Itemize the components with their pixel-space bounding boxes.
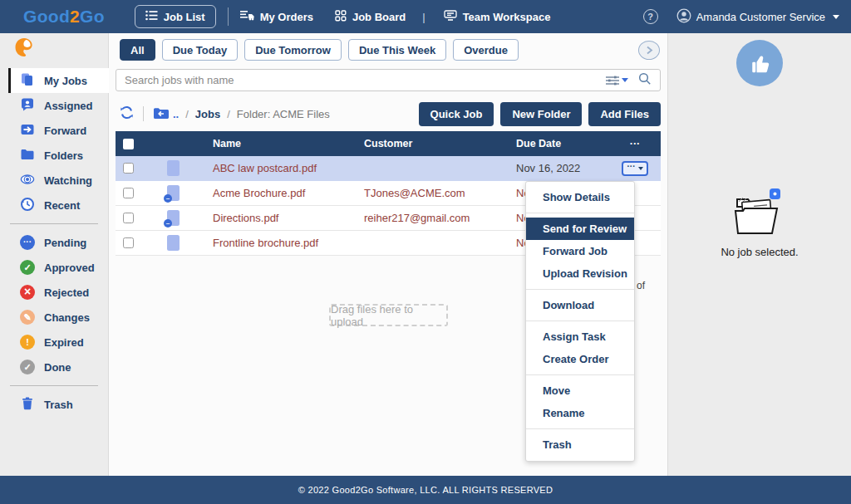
copyright-text: © 2022 Good2Go Software, LLC. ALL RIGHTS… bbox=[298, 485, 553, 495]
tab-due-this-week[interactable]: Due This Week bbox=[348, 39, 446, 61]
sidebar-item-trash[interactable]: Trash bbox=[0, 392, 108, 417]
tab-all[interactable]: All bbox=[120, 39, 155, 61]
minus-badge-icon bbox=[164, 194, 172, 203]
menu-divider bbox=[526, 289, 634, 290]
user-menu[interactable]: Amanda Customer Service bbox=[676, 8, 839, 26]
job-name[interactable]: ABC law postcard.pdf bbox=[213, 162, 364, 174]
chevron-down-icon bbox=[638, 167, 643, 170]
folders-icon bbox=[20, 147, 35, 164]
search-bar bbox=[116, 69, 661, 91]
good2go-bird-icon bbox=[13, 37, 108, 61]
row-checkbox[interactable] bbox=[123, 163, 134, 174]
topbar-pipe: | bbox=[422, 11, 425, 23]
header-customer[interactable]: Customer bbox=[364, 138, 516, 149]
user-icon bbox=[676, 8, 691, 26]
menu-item-forward-job[interactable]: Forward Job bbox=[526, 240, 634, 262]
sidebar-item-pending[interactable]: Pending bbox=[0, 230, 108, 255]
folder-up-icon[interactable] bbox=[153, 106, 170, 122]
row-checkbox[interactable] bbox=[123, 213, 134, 223]
sidebar-item-forward[interactable]: Forward bbox=[0, 118, 108, 143]
menu-item-assign-task[interactable]: Assign Task bbox=[526, 325, 634, 348]
menu-item-send-for-review[interactable]: Send for Review bbox=[526, 218, 634, 240]
table-row[interactable]: ABC law postcard.pdf Nov 16, 2022 ··· bbox=[116, 156, 661, 181]
eye-icon bbox=[20, 172, 35, 189]
add-files-button[interactable]: Add Files bbox=[588, 102, 661, 126]
sidebar-item-my-jobs[interactable]: My Jobs bbox=[8, 68, 109, 93]
header-due-date[interactable]: Due Date bbox=[516, 138, 611, 149]
sidebar-item-rejected[interactable]: Rejected bbox=[0, 280, 108, 305]
sidebar-item-assigned[interactable]: Assigned bbox=[0, 93, 108, 118]
menu-item-rename[interactable]: Rename bbox=[526, 402, 634, 424]
due-filter-tabs: All Due Today Due Tomorrow Due This Week… bbox=[120, 39, 657, 61]
job-customer: TJones@ACME.com bbox=[364, 187, 516, 199]
job-list-button[interactable]: Job List bbox=[135, 5, 216, 28]
job-board-nav[interactable]: Job Board bbox=[335, 10, 406, 24]
chevron-down-icon bbox=[833, 15, 839, 19]
grid-icon bbox=[335, 10, 347, 24]
quick-job-button[interactable]: Quick Job bbox=[419, 102, 494, 126]
sidebar-item-watching[interactable]: Watching bbox=[0, 168, 108, 193]
header-menu: ··· bbox=[611, 138, 659, 149]
tabs-next-button[interactable] bbox=[638, 41, 660, 60]
search-input[interactable] bbox=[125, 74, 596, 86]
job-name[interactable]: Frontline brochure.pdf bbox=[213, 237, 364, 249]
search-icon[interactable] bbox=[638, 72, 652, 89]
menu-item-show-details[interactable]: Show Details bbox=[526, 186, 634, 208]
sidebar-item-expired[interactable]: Expired bbox=[0, 330, 108, 355]
sidebar-item-approved[interactable]: Approved bbox=[0, 255, 108, 280]
row-menu-button[interactable]: ··· bbox=[622, 161, 648, 176]
header-name[interactable]: Name bbox=[213, 138, 364, 149]
top-navbar: Good2Go Job List My Orders Job Board | T… bbox=[0, 0, 851, 33]
chevron-down-icon bbox=[622, 78, 628, 82]
sidebar-item-done[interactable]: Done bbox=[0, 355, 108, 379]
sidebar-divider bbox=[10, 223, 98, 224]
menu-divider bbox=[526, 213, 634, 213]
good2go-thumbsup-logo bbox=[736, 40, 783, 86]
pencil-circle-peach-icon bbox=[20, 310, 35, 325]
breadcrumb-jobs-link[interactable]: Jobs bbox=[195, 108, 220, 120]
no-job-selected-text: No job selected. bbox=[668, 246, 851, 258]
job-name[interactable]: Acme Brochure.pdf bbox=[213, 187, 364, 199]
job-name[interactable]: Directions.pdf bbox=[213, 212, 364, 224]
refresh-icon[interactable] bbox=[120, 105, 134, 122]
menu-divider bbox=[526, 428, 634, 429]
team-workspace-nav[interactable]: Team Workspace bbox=[444, 10, 551, 23]
sidebar-item-recent[interactable]: Recent bbox=[0, 193, 108, 218]
tab-overdue[interactable]: Overdue bbox=[453, 39, 519, 61]
workspace-icon bbox=[444, 10, 457, 23]
document-shared-icon bbox=[167, 210, 180, 226]
menu-divider bbox=[526, 374, 634, 375]
minus-badge-icon bbox=[164, 219, 172, 228]
menu-divider bbox=[526, 321, 634, 321]
drag-drop-zone[interactable]: Drag files here to upload bbox=[329, 304, 448, 326]
tab-due-today[interactable]: Due Today bbox=[162, 39, 239, 61]
table-header: Name Customer Due Date ··· bbox=[116, 131, 661, 156]
row-checkbox[interactable] bbox=[123, 237, 134, 248]
menu-item-download[interactable]: Download bbox=[526, 294, 634, 316]
ellipsis-circle-icon bbox=[20, 235, 35, 250]
menu-item-upload-revision[interactable]: Upload Revision bbox=[526, 262, 634, 285]
filter-options-button[interactable] bbox=[606, 76, 628, 86]
x-circle-red-icon bbox=[20, 285, 35, 300]
breadcrumb-current-folder: Folder: ACME Files bbox=[237, 108, 330, 120]
pagination-fragment: of bbox=[637, 280, 645, 291]
select-all-checkbox[interactable] bbox=[123, 139, 134, 149]
context-menu: Show Details Send for Review Forward Job… bbox=[525, 181, 635, 462]
document-shared-icon bbox=[167, 185, 180, 201]
row-checkbox[interactable] bbox=[123, 188, 134, 198]
help-icon[interactable] bbox=[643, 9, 658, 24]
chevron-right-icon bbox=[646, 46, 653, 55]
sidebar-item-folders[interactable]: Folders bbox=[0, 143, 108, 168]
detail-panel: Empty List No job selected. bbox=[668, 33, 851, 476]
menu-item-create-order[interactable]: Create Order bbox=[526, 348, 634, 370]
new-folder-button[interactable]: New Folder bbox=[500, 102, 582, 126]
check-circle-gray-icon bbox=[20, 360, 35, 374]
menu-item-trash[interactable]: Trash bbox=[526, 433, 634, 456]
sidebar-item-changes[interactable]: Changes bbox=[0, 305, 108, 330]
my-jobs-icon bbox=[20, 72, 35, 90]
my-orders-nav[interactable]: My Orders bbox=[240, 10, 313, 23]
tab-due-tomorrow[interactable]: Due Tomorrow bbox=[244, 39, 342, 61]
clock-icon bbox=[20, 197, 35, 214]
breadcrumb-up[interactable]: .. bbox=[173, 108, 179, 120]
menu-item-move[interactable]: Move bbox=[526, 379, 634, 402]
